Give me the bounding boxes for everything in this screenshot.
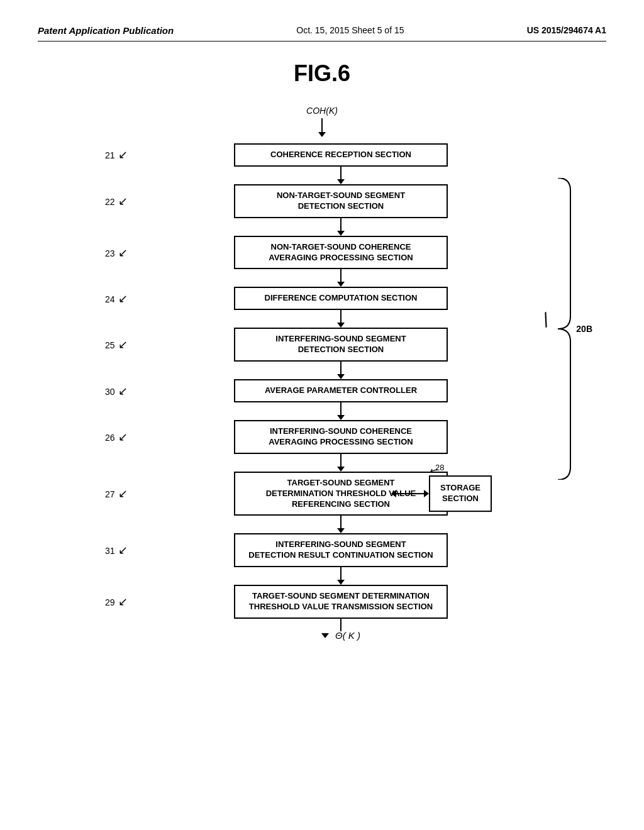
label-30: 30 ↙ (105, 384, 128, 398)
block-29: TARGET-SOUND SEGMENT DETERMINATION THRES… (234, 585, 448, 619)
row-29: 29 ↙ TARGET-SOUND SEGMENT DETERMINATION … (140, 585, 542, 619)
row-22: 22 ↙ NON-TARGET-SOUND SEGMENT DETECTION … (140, 184, 542, 218)
diagram: COH(K) 21 ↙ COHERENCE RECEPTION SECTION … (102, 106, 542, 641)
label-22: 22 ↙ (105, 194, 128, 208)
storage-box: STORAGE SECTION (429, 475, 492, 512)
block-21: COHERENCE RECEPTION SECTION (234, 143, 448, 167)
block-26: INTERFERING-SOUND COHERENCE AVERAGING PR… (234, 420, 448, 454)
row-21: 21 ↙ COHERENCE RECEPTION SECTION (140, 143, 542, 167)
label-26: 26 ↙ (105, 430, 128, 444)
block-31: INTERFERING-SOUND SEGMENT DETECTION RESU… (234, 533, 448, 567)
block-30: AVERAGE PARAMETER CONTROLLER (234, 379, 448, 402)
label-24: 24 ↙ (105, 292, 128, 306)
row-27: 27 ↙ TARGET-SOUND SEGMENT DETERMINATION … (140, 472, 542, 516)
block-25: INTERFERING-SOUND SEGMENT DETECTION SECT… (234, 328, 448, 362)
figure-title: FIG.6 (38, 60, 606, 87)
label-25: 25 ↙ (105, 338, 128, 351)
input-label: COH(K) (306, 106, 338, 116)
arrow-25-30 (140, 362, 542, 379)
page-header: Patent Application Publication Oct. 15, … (38, 25, 606, 42)
storage-connection: 28 ↙ STORAGE SECTION (391, 475, 492, 512)
block-23: NON-TARGET-SOUND COHERENCE AVERAGING PRO… (234, 236, 448, 270)
arrow-30-26 (140, 402, 542, 420)
sheet-info: Oct. 15, 2015 Sheet 5 of 15 (296, 25, 404, 35)
patent-number: US 2015/294674 A1 (527, 25, 606, 35)
block-22: NON-TARGET-SOUND SEGMENT DETECTION SECTI… (234, 184, 448, 218)
row-30: 30 ↙ AVERAGE PARAMETER CONTROLLER (140, 379, 542, 402)
block-24: DIFFERENCE COMPUTATION SECTION (234, 287, 448, 310)
output-section: Θ( K ) (140, 619, 542, 641)
label-27: 27 ↙ (105, 487, 128, 501)
arrow-21-22 (140, 167, 542, 184)
row-26: 26 ↙ INTERFERING-SOUND COHERENCE AVERAGI… (140, 420, 542, 454)
page: Patent Application Publication Oct. 15, … (0, 0, 644, 830)
brace-svg (555, 178, 574, 480)
output-label-row: Θ( K ) (321, 630, 360, 641)
input-section: COH(K) (102, 106, 542, 143)
row-24: 24 ↙ DIFFERENCE COMPUTATION SECTION (140, 287, 542, 310)
arrow-23-24 (140, 269, 542, 287)
label-31: 31 ↙ (105, 543, 128, 557)
arrow-24-25 (140, 310, 542, 328)
label-29: 29 ↙ (105, 595, 128, 609)
row-25: 25 ↙ INTERFERING-SOUND SEGMENT DETECTION… (140, 328, 542, 362)
brace-20b-text: 20B (576, 324, 592, 334)
row-31: 31 ↙ INTERFERING-SOUND SEGMENT DETECTION… (140, 533, 542, 567)
storage-arrow (391, 490, 429, 497)
publication-label: Patent Application Publication (38, 25, 174, 36)
arrow-27-31 (140, 516, 542, 533)
label-23: 23 ↙ (105, 246, 128, 260)
storage-group: 28 ↙ STORAGE SECTION (429, 475, 492, 512)
output-label: Θ( K ) (335, 630, 360, 641)
arrow-31-29 (140, 567, 542, 585)
arrow-22-23 (140, 218, 542, 236)
arrow-26-27 (140, 454, 542, 472)
brace-20b-label: 20B ╱ (555, 178, 592, 480)
row-23: 23 ↙ NON-TARGET-SOUND COHERENCE AVERAGIN… (140, 236, 542, 270)
label-21: 21 ↙ (105, 148, 128, 162)
input-arrow (318, 118, 326, 143)
